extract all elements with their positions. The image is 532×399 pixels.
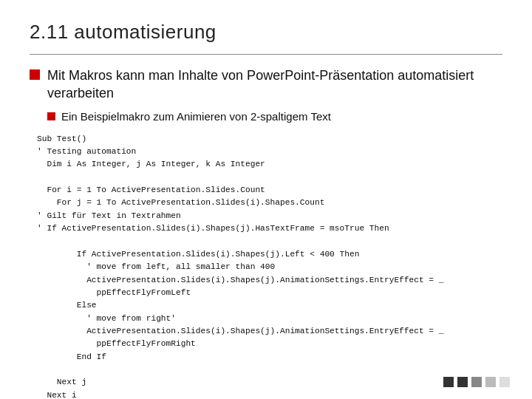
bottom-decoration <box>443 377 510 387</box>
sub-bullet: Ein Beispielmakro zum Animieren von 2-sp… <box>47 110 502 123</box>
main-bullet-text: Mit Makros kann man Inhalte von PowerPoi… <box>47 66 502 103</box>
sub-bullet-text: Ein Beispielmakro zum Animieren von 2-sp… <box>61 110 331 123</box>
title-divider <box>30 54 502 55</box>
main-bullet: Mit Makros kann man Inhalte von PowerPoi… <box>30 66 502 103</box>
bottom-sq-4 <box>485 377 496 387</box>
bottom-sq-5 <box>499 377 510 387</box>
sub-bullet-icon <box>47 112 55 120</box>
bottom-sq-2 <box>457 377 468 387</box>
bottom-sq-1 <box>443 377 454 387</box>
bottom-sq-3 <box>471 377 482 387</box>
slide-container: 2.11 automatisierung Mit Makros kann man… <box>0 0 532 399</box>
main-bullet-icon <box>30 69 40 80</box>
slide-title: 2.11 automatisierung <box>30 21 502 44</box>
code-block: Sub Test() ' Testing automation Dim i As… <box>37 133 502 399</box>
